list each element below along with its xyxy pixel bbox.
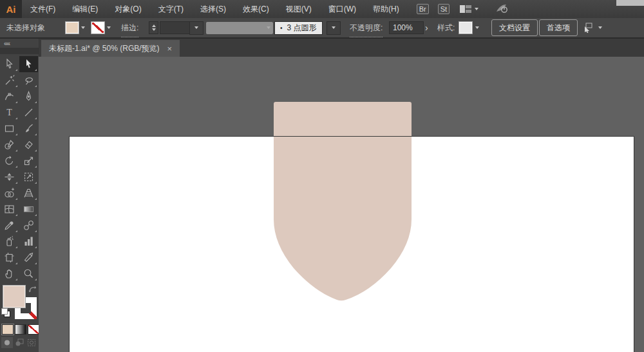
bridge-button[interactable]: Br: [417, 4, 429, 14]
fill-color-dropdown[interactable]: [81, 18, 85, 37]
gradient-tool[interactable]: [19, 201, 38, 217]
type-tool[interactable]: T: [0, 104, 19, 121]
chevron-down-icon: [332, 26, 336, 29]
menu-object[interactable]: 对象(O): [106, 0, 149, 18]
magic-wand-tool[interactable]: [0, 72, 19, 88]
line-icon: [23, 106, 35, 119]
draw-normal-button[interactable]: [1, 337, 13, 348]
slice-tool[interactable]: [19, 249, 38, 266]
panel-collapse-button[interactable]: ««: [0, 39, 39, 48]
fill-swatch-icon: [65, 21, 79, 34]
stroke-color-swatch[interactable]: [91, 18, 105, 37]
canvas-area[interactable]: [39, 57, 644, 352]
none-mode-button[interactable]: [28, 324, 39, 335]
default-fill-stroke-button[interactable]: [1, 308, 10, 317]
stroke-weight-field[interactable]: [160, 18, 191, 37]
perspective-grid-tool[interactable]: [19, 185, 38, 201]
brush-definition-dropdown[interactable]: • 3 点圆形: [274, 18, 323, 37]
free-transform-icon: [23, 171, 35, 183]
chevron-down-icon: [475, 26, 479, 29]
brush-definition-expand[interactable]: [327, 18, 341, 37]
menu-view[interactable]: 视图(V): [278, 0, 320, 18]
paint-mode-row: [0, 324, 41, 335]
fill-color-indicator[interactable]: [3, 285, 26, 308]
document-tab[interactable]: 未标题-1.ai* @ 50% (RGB/预览) ×: [41, 40, 180, 57]
menu-edit[interactable]: 编辑(E): [64, 0, 106, 18]
hand-icon: [3, 268, 15, 280]
stroke-color-dropdown[interactable]: [107, 18, 111, 37]
chevron-down-icon: [267, 26, 270, 29]
gradient-mode-button[interactable]: [15, 324, 26, 335]
swap-fill-stroke-button[interactable]: [28, 284, 37, 295]
menu-effect[interactable]: 效果(C): [234, 0, 278, 18]
eraser-icon: [23, 139, 35, 151]
stroke-weight-label[interactable]: 描边:: [121, 19, 138, 37]
opacity-expand-arrow[interactable]: ›: [425, 18, 428, 37]
swap-arrow-icon: [28, 285, 37, 293]
tools-panel: ««: [0, 39, 39, 352]
paintbrush-tool[interactable]: [19, 121, 38, 137]
zoom-tool[interactable]: [19, 266, 38, 282]
stroke-weight-value: [160, 21, 191, 34]
draw-inside-icon: [27, 338, 36, 347]
eraser-tool[interactable]: [19, 137, 38, 153]
document-tab-title: 未标题-1.ai* @ 50% (RGB/预览): [49, 43, 160, 54]
mesh-tool[interactable]: [0, 201, 19, 217]
opacity-label[interactable]: 不透明度:: [350, 19, 383, 37]
pencil-tool[interactable]: [0, 137, 19, 153]
eyedropper-icon: [3, 219, 15, 231]
pen-tool[interactable]: [19, 88, 38, 104]
menu-file[interactable]: 文件(F): [22, 0, 64, 18]
chevron-down-icon: [598, 26, 602, 29]
cs-live-button[interactable]: [495, 3, 508, 15]
scale-tool[interactable]: [19, 153, 38, 169]
menu-select[interactable]: 选择(S): [192, 0, 234, 18]
selection-arrow-icon: [3, 58, 15, 70]
draw-inside-button[interactable]: [26, 337, 37, 348]
width-tool[interactable]: [0, 169, 19, 185]
fill-color-swatch[interactable]: [65, 18, 79, 37]
tool-grid: T: [0, 56, 39, 282]
spray-can-icon: [3, 235, 15, 248]
column-graph-tool[interactable]: [19, 233, 38, 249]
control-bar: 未选择对象 描边: • 3 点圆形 不透明度: 100% › 样式:: [0, 18, 644, 39]
lasso-tool[interactable]: [19, 72, 38, 88]
document-setup-button[interactable]: 文档设置: [491, 18, 538, 37]
menu-window[interactable]: 窗口(W): [320, 0, 365, 18]
curvature-pen-tool[interactable]: [0, 88, 19, 104]
free-transform-tool[interactable]: [19, 169, 38, 185]
draw-behind-button[interactable]: [14, 337, 25, 348]
blend-tool[interactable]: [19, 217, 38, 233]
opacity-field[interactable]: 100%: [389, 18, 424, 37]
hand-tool[interactable]: [0, 266, 19, 282]
artboard-tool[interactable]: [0, 249, 19, 266]
tab-close-icon[interactable]: ×: [167, 44, 173, 53]
style-dropdown[interactable]: [475, 18, 479, 37]
preferences-button[interactable]: 首选项: [539, 18, 578, 37]
eyedropper-tool[interactable]: [0, 217, 19, 233]
document-tab-bar: 未标题-1.ai* @ 50% (RGB/预览) ×: [39, 39, 644, 57]
stock-button[interactable]: St: [438, 4, 450, 14]
stroke-weight-stepper[interactable]: [149, 18, 158, 37]
rotate-tool[interactable]: [0, 153, 19, 169]
workspace-icon: [460, 5, 471, 13]
align-options-button[interactable]: [583, 18, 602, 37]
slice-knife-icon: [23, 251, 35, 264]
direct-selection-tool[interactable]: [19, 56, 38, 72]
line-segment-tool[interactable]: [19, 104, 38, 121]
blend-icon: [23, 219, 35, 231]
shape-builder-tool[interactable]: [0, 185, 19, 201]
opacity-value: 100%: [389, 21, 424, 34]
panel-drag-header[interactable]: [0, 48, 39, 54]
stroke-weight-dropdown[interactable]: [189, 18, 204, 37]
menu-help[interactable]: 帮助(H): [365, 0, 408, 18]
shield-shape[interactable]: [274, 102, 412, 300]
symbol-sprayer-tool[interactable]: [0, 233, 19, 249]
color-mode-button[interactable]: [2, 324, 14, 335]
rectangle-tool[interactable]: [0, 121, 19, 137]
menu-type[interactable]: 文字(T): [150, 0, 192, 18]
selection-tool[interactable]: [0, 56, 19, 72]
workspace-switcher[interactable]: [460, 5, 478, 13]
pointer-panel-icon: [583, 23, 594, 33]
style-swatch[interactable]: [459, 18, 473, 37]
